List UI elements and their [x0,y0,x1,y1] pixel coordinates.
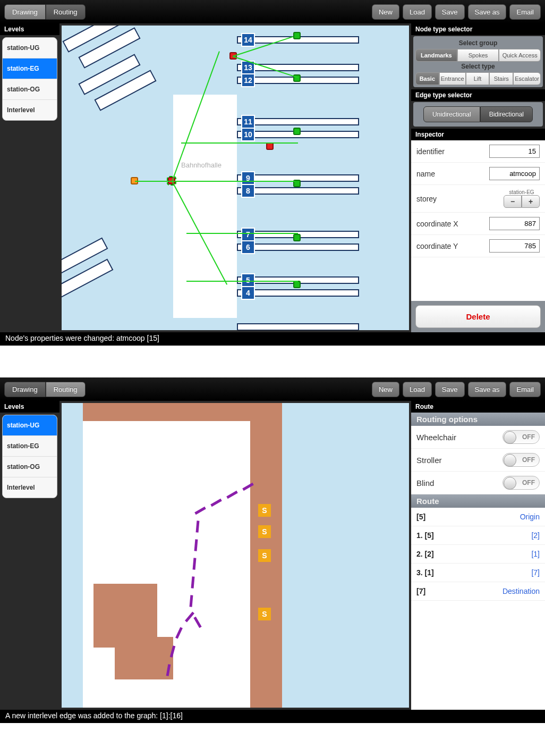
type-basic[interactable]: Basic [415,72,439,85]
platform-number: 4 [241,286,255,300]
route-row[interactable]: 1. [5][2] [411,526,545,545]
route-section-header: Route [411,494,545,508]
app-drawing: Drawing Routing New Load Save Save as Em… [0,0,545,346]
mode-tab-routing[interactable]: Routing [46,382,86,397]
status-bar: Node's properties were changed: atmcoop … [0,332,545,346]
node-selector-header: Node type selector [411,23,545,35]
inspector-x-input[interactable] [489,217,540,230]
type-escalator[interactable]: Escalator [513,72,541,85]
graph-node[interactable] [293,234,301,241]
toolbar: Drawing Routing New Load Save Save as Em… [0,0,545,23]
mode-tab-routing[interactable]: Routing [46,4,86,20]
storey-minus[interactable]: − [504,195,522,208]
s-marker: S [258,549,271,562]
load-button[interactable]: Load [403,4,432,20]
email-button[interactable]: Email [509,4,541,20]
level-item-og[interactable]: station-OG [3,79,57,100]
levels-panel: Levels station-UG station-EG station-OG … [0,401,59,710]
platform-number: 11 [241,115,255,129]
toolbar: Drawing Routing New Load Save Save as Em… [0,377,545,401]
opt-stroller-label: Stroller [416,456,442,465]
group-label: Select group [415,38,541,49]
save-button[interactable]: Save [435,382,465,397]
route-panel-header: Route [411,401,545,413]
load-button[interactable]: Load [403,382,432,397]
inspector-y-input[interactable] [489,239,540,253]
edge-bidirectional[interactable]: Bidirectional [480,106,533,122]
platform-number: 5 [241,273,255,287]
route-row[interactable]: [5]Origin [411,508,545,526]
opt-blind-switch[interactable]: OFF [503,476,540,490]
level-item-interlevel[interactable]: Interlevel [3,100,57,120]
opt-wheelchair-switch[interactable]: OFF [503,430,540,444]
level-item-ug[interactable]: station-UG [3,415,57,436]
opt-wheelchair-label: Wheelchair [416,433,456,442]
group-spokes[interactable]: Spokes [457,49,499,62]
level-item-eg[interactable]: station-EG [3,436,57,457]
opt-stroller-switch[interactable]: OFF [503,453,540,467]
edge-selector-header: Edge type selector [411,89,545,101]
routing-options-header: Routing options [411,413,545,426]
status-bar: A new interlevel edge was added to the g… [0,710,545,723]
levels-header: Levels [0,401,59,413]
inspector-label-identifier: identifier [416,147,489,156]
graph-node[interactable] [293,128,301,135]
map-label-bahnhofhalle: Bahnhofhalle [181,161,222,169]
group-quick[interactable]: Quick Access [499,49,541,62]
s-marker: S [258,608,271,620]
platform-number: 10 [241,128,255,141]
new-button[interactable]: New [372,382,399,397]
right-panel: Node type selector Select group Landmark… [411,23,545,332]
level-item-eg[interactable]: station-EG [3,58,57,79]
s-marker: S [258,504,271,517]
level-item-ug[interactable]: station-UG [3,38,57,58]
route-row[interactable]: [7]Destination [411,582,545,601]
graph-node[interactable] [293,32,301,39]
inspector-label-storey: storey [416,195,504,203]
type-entrance[interactable]: Entrance [439,72,466,85]
platform-number: 8 [241,184,255,198]
mode-tab-drawing[interactable]: Drawing [4,4,46,20]
save-as-button[interactable]: Save as [468,4,507,20]
inspector-name-input[interactable] [489,167,540,180]
inspector-label-x: coordinate X [416,220,489,228]
level-item-og[interactable]: station-OG [3,457,57,477]
s-marker: S [258,525,271,538]
inspector-label-y: coordinate Y [416,242,489,250]
type-stairs[interactable]: Stairs [489,72,513,85]
storey-plus[interactable]: + [522,195,540,208]
levels-header: Levels [0,23,59,35]
graph-node[interactable] [266,142,274,150]
route-row[interactable]: 3. [1][7] [411,564,545,582]
platform-number: 7 [241,228,255,241]
save-button[interactable]: Save [435,4,465,20]
platform-number: 6 [241,240,255,254]
new-button[interactable]: New [372,4,399,20]
platform-number: 14 [241,33,255,47]
right-panel: Route Routing options Wheelchair OFF Str… [411,401,545,710]
storey-value: station-EG [509,189,534,195]
type-label: Select type [415,62,541,72]
map-canvas[interactable]: Bahnhofhalle 14 13 12 11 10 9 8 7 6 5 4 [62,26,409,330]
app-routing: Drawing Routing New Load Save Save as Em… [0,377,545,723]
inspector-header: Inspector [411,129,545,140]
graph-node[interactable] [293,281,301,288]
platform-number: 9 [241,171,255,185]
route-row[interactable]: 2. [2][1] [411,545,545,564]
inspector: identifier name storey station-EG − + [411,140,545,301]
type-lift[interactable]: Lift [466,72,490,85]
email-button[interactable]: Email [509,382,541,397]
mode-tab-drawing[interactable]: Drawing [4,382,46,397]
levels-panel: Levels station-UG station-EG station-OG … [0,23,59,332]
level-item-interlevel[interactable]: Interlevel [3,477,57,498]
save-as-button[interactable]: Save as [468,382,507,397]
group-landmarks[interactable]: Landmarks [415,49,457,62]
platform-number: 12 [241,73,255,87]
opt-blind-label: Blind [416,478,434,488]
inspector-identifier-input[interactable] [489,145,540,158]
edge-unidirectional[interactable]: Unidirectional [423,106,480,122]
inspector-label-name: name [416,170,489,178]
delete-button[interactable]: Delete [415,305,541,328]
map-canvas[interactable]: S S S S [62,403,409,708]
